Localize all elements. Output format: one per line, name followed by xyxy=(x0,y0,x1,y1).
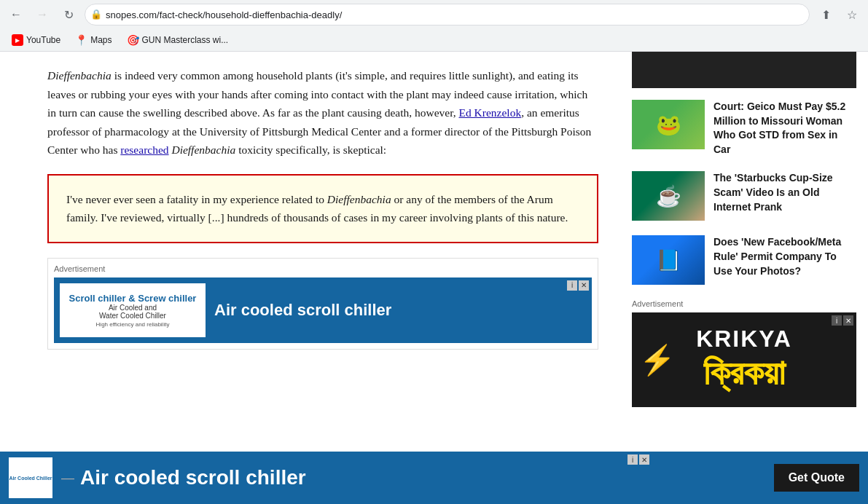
krikya-bengali-text: ক্রিকয়া xyxy=(703,353,785,394)
main-ad-tagline: High efficiency and reliability xyxy=(96,321,170,328)
sidebar-item-geico[interactable]: 🐸 Court: Geico Must Pay $5.2 Million to … xyxy=(632,100,856,157)
sidebar-top-thumb xyxy=(632,52,856,88)
lightning-icon: ⚡ xyxy=(639,343,676,377)
share-button[interactable]: ⬆ xyxy=(816,4,836,25)
sidebar-top-thumb-inner xyxy=(632,52,856,88)
sidebar-item-facebook[interactable]: 📘 Does 'New Facebook/Meta Rule' Permit C… xyxy=(632,235,856,285)
reload-button[interactable]: ↻ xyxy=(58,4,79,25)
forward-button[interactable]: → xyxy=(32,4,52,25)
ed-krenzelok-link[interactable]: Ed Krenzelok xyxy=(459,106,522,119)
bottom-ad-text-row: — Air cooled scroll chiller xyxy=(61,466,765,489)
plant-name-1: Dieffenbachia xyxy=(47,69,112,82)
sidebar-thumb-starbucks-inner: ☕ xyxy=(632,171,705,221)
sidebar-item-facebook-title: Does 'New Facebook/Meta Rule' Permit Com… xyxy=(713,235,856,285)
browser-toolbar: ← → ↻ 🔒 ⬆ ☆ xyxy=(0,0,868,29)
bottom-ad-bar: Air Cooled Chiller — Air cooled scroll c… xyxy=(0,452,868,504)
gun-icon: 🎯 xyxy=(127,34,139,46)
krikya-logo-group: KRIKYA ক্রিকয়া xyxy=(696,326,792,394)
main-ad-text: Air cooled scroll chiller xyxy=(214,301,391,320)
sidebar: 🐸 Court: Geico Must Pay $5.2 Million to … xyxy=(620,52,868,479)
main-article: Dieffenbachia is indeed very common amon… xyxy=(0,52,620,479)
youtube-icon xyxy=(12,34,23,46)
bottom-ad-close-row: i ✕ xyxy=(627,454,649,465)
bottom-ad-image: Air Cooled Chiller xyxy=(9,457,52,498)
bottom-ad-dash: — xyxy=(61,470,74,486)
main-ad-title: Scroll chiller & Screw chiller xyxy=(69,293,197,304)
bookmark-maps[interactable]: 📍 Maps xyxy=(69,33,117,47)
bottom-ad-info-button[interactable]: i xyxy=(627,454,638,465)
sidebar-ad-label: Advertisement xyxy=(632,299,856,308)
article-paragraph: Dieffenbachia is indeed very common amon… xyxy=(47,66,594,160)
address-bar[interactable] xyxy=(85,4,810,25)
lock-icon: 🔒 xyxy=(90,9,102,20)
main-ad-subtitle: Air Cooled andWater Cooled Chiller xyxy=(99,304,166,320)
sidebar-ad-close-buttons: i ✕ xyxy=(832,315,853,326)
bookmarks-bar: YouTube 📍 Maps 🎯 GUN Masterclass wi... xyxy=(0,29,868,51)
browser-chrome: ← → ↻ 🔒 ⬆ ☆ YouTube 📍 Maps 🎯 GUN Masterc… xyxy=(0,0,868,52)
bookmark-gun-label: GUN Masterclass wi... xyxy=(142,35,229,45)
bottom-ad-main-text: Air cooled scroll chiller xyxy=(80,466,306,489)
bookmark-button[interactable]: ☆ xyxy=(842,4,862,25)
bottom-ad-content: — Air cooled scroll chiller xyxy=(61,466,765,489)
sidebar-thumb-geico: 🐸 xyxy=(632,100,705,149)
krikya-logo-text: KRIKYA xyxy=(696,326,792,353)
sidebar-thumb-facebook-inner: 📘 xyxy=(632,235,705,285)
bookmark-maps-label: Maps xyxy=(90,35,112,45)
sidebar-item-geico-title: Court: Geico Must Pay $5.2 Million to Mi… xyxy=(713,100,856,157)
main-ad-label: Advertisement xyxy=(54,264,592,273)
sidebar-ad-close-button[interactable]: ✕ xyxy=(843,315,853,326)
sidebar-top-item xyxy=(632,52,856,88)
bottom-ad-cta-button[interactable]: Get Quote xyxy=(774,464,859,492)
main-ad-close-button[interactable]: ✕ xyxy=(579,280,589,291)
sidebar-item-starbucks[interactable]: ☕ The 'Starbucks Cup-Size Scam' Video Is… xyxy=(632,171,856,221)
main-ad-section: Advertisement Scroll chiller & Screw chi… xyxy=(47,258,598,350)
bookmark-youtube[interactable]: YouTube xyxy=(6,33,66,47)
main-ad-close-buttons: i ✕ xyxy=(567,280,589,291)
sidebar-ad-section: Advertisement ⚡ KRIKYA ক্রিকয়া i ✕ xyxy=(632,299,856,407)
back-button[interactable]: ← xyxy=(6,4,26,25)
main-ad-image: Scroll chiller & Screw chiller Air Coole… xyxy=(60,283,206,337)
sidebar-item-starbucks-title: The 'Starbucks Cup-Size Scam' Video Is a… xyxy=(713,171,856,221)
sidebar-ad-banner[interactable]: ⚡ KRIKYA ক্রিকয়া i ✕ xyxy=(632,312,856,407)
bookmark-youtube-label: YouTube xyxy=(26,35,60,45)
main-ad-info-button[interactable]: i xyxy=(567,280,577,291)
plant-name-2: Dieffenbachia xyxy=(171,143,235,156)
sidebar-ad-info-button[interactable]: i xyxy=(832,315,842,326)
quote-box: I've never ever seen a fatality in my ex… xyxy=(47,174,598,243)
page-content: Dieffenbachia is indeed very common amon… xyxy=(0,52,868,479)
article-body: Dieffenbachia is indeed very common amon… xyxy=(47,66,594,160)
main-ad-banner[interactable]: Scroll chiller & Screw chiller Air Coole… xyxy=(54,277,592,343)
bookmark-gun[interactable]: 🎯 GUN Masterclass wi... xyxy=(121,33,235,47)
maps-icon: 📍 xyxy=(75,34,87,46)
sidebar-thumb-starbucks: ☕ xyxy=(632,171,705,221)
quote-text: I've never ever seen a fatality in my ex… xyxy=(66,190,579,227)
sidebar-thumb-geico-inner: 🐸 xyxy=(632,100,705,149)
researched-link[interactable]: researched xyxy=(120,143,168,156)
bottom-ad-close-button[interactable]: ✕ xyxy=(639,454,649,465)
sidebar-thumb-facebook: 📘 xyxy=(632,235,705,285)
quote-plant-name: Dieffenbachia xyxy=(327,193,391,205)
